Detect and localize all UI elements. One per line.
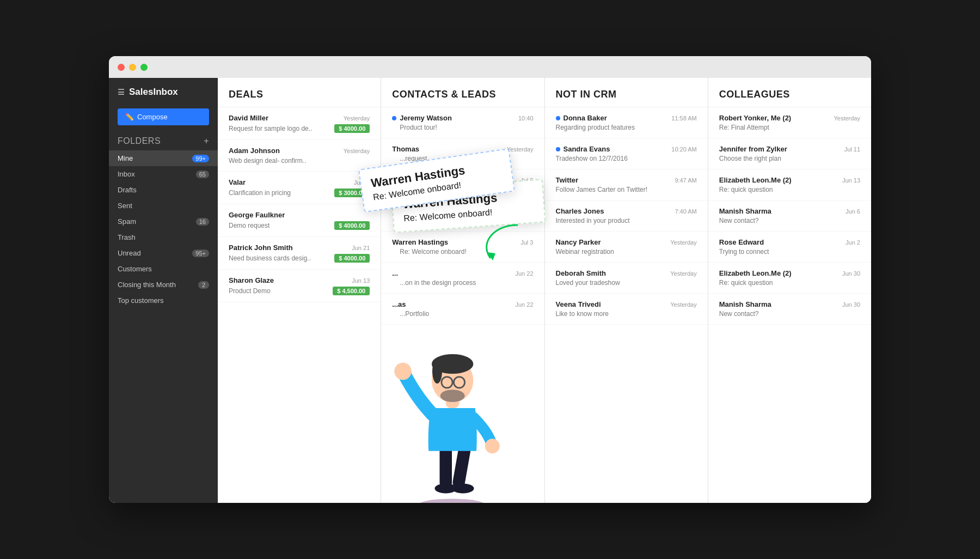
contact-list-item[interactable]: Thomas Yesterday ...request bbox=[381, 138, 544, 169]
sidebar-label-trash: Trash bbox=[118, 233, 136, 241]
colleague-list-item[interactable]: Elizabeth Leon.Me (2) Jun 13 Re: quick q… bbox=[708, 169, 871, 200]
close-button[interactable] bbox=[118, 64, 125, 71]
sidebar-badge-spam: 16 bbox=[196, 218, 209, 226]
deal-amount: $ 4000.00 bbox=[334, 254, 370, 263]
sidebar-item-trash[interactable]: Trash bbox=[109, 229, 218, 245]
crm-time: Yesterday bbox=[670, 270, 697, 277]
sidebar-item-unread[interactable]: Unread95+ bbox=[109, 245, 218, 261]
contact-date: Jul 4 bbox=[520, 208, 533, 215]
colleague-date: Jun 30 bbox=[842, 301, 860, 308]
deal-date: Yesterday bbox=[344, 115, 370, 121]
crm-subject: Regarding product features bbox=[556, 124, 697, 131]
sidebar-item-mine[interactable]: Mine99+ bbox=[109, 150, 218, 166]
colleague-name: Elizabeth Leon.Me (2) bbox=[719, 269, 792, 277]
crm-subject: Like to know more bbox=[556, 310, 697, 318]
deal-subject: Product Demo bbox=[229, 287, 328, 295]
sidebar-label-mine: Mine bbox=[118, 154, 133, 162]
sidebar-item-spam[interactable]: Spam16 bbox=[109, 214, 218, 229]
colleague-subject: Re: Final Attempt bbox=[719, 124, 860, 131]
app-logo: ☰ SalesInbox bbox=[109, 87, 218, 108]
colleague-name: Manish Sharma bbox=[719, 207, 771, 215]
contact-list-item[interactable]: Sandra Evans Jul 4 ...upgrade? bbox=[381, 200, 544, 232]
colleague-list-item[interactable]: Manish Sharma Jun 30 New contact? bbox=[708, 294, 871, 325]
sidebar-item-drafts[interactable]: Drafts bbox=[109, 182, 218, 198]
colleague-list-item[interactable]: Rose Edward Jun 2 Trying to connect bbox=[708, 232, 871, 263]
contact-list-item[interactable]: ...as Jun 22 ...Portfolio bbox=[381, 294, 544, 325]
add-folder-icon[interactable]: + bbox=[204, 136, 209, 146]
contact-list-item[interactable]: ... Jun 22 ...on in the design process bbox=[381, 263, 544, 294]
crm-time: 10:20 AM bbox=[671, 146, 696, 153]
contact-list-item[interactable]: Warren Hastings Jul 3 Re: Welcome onboar… bbox=[381, 232, 544, 263]
colleague-date: Jul 11 bbox=[844, 146, 860, 153]
deal-subject: Need business cards desig.. bbox=[229, 254, 330, 262]
main-content: DEALS David Miller Yesterday Request for… bbox=[218, 78, 871, 503]
colleague-name: Jennifer from Zylker bbox=[719, 145, 787, 153]
sidebar-item-top-customers[interactable]: Top customers bbox=[109, 293, 218, 308]
contact-list-item[interactable]: Jeremy Watson 10:40 Product tour! bbox=[381, 107, 544, 138]
crm-name: Donna Baker bbox=[556, 114, 607, 122]
crm-list-item[interactable]: Deborah Smith Yesterday Loved your trade… bbox=[545, 263, 708, 294]
sidebar-item-inbox[interactable]: Inbox65 bbox=[109, 166, 218, 182]
crm-dot bbox=[556, 116, 560, 120]
sidebar-item-closing-this-month[interactable]: Closing this Month2 bbox=[109, 277, 218, 293]
crm-dot bbox=[556, 147, 560, 151]
crm-list-item[interactable]: Sandra Evans 10:20 AM Tradeshow on 12/7/… bbox=[545, 138, 708, 169]
deal-amount: $ 4000.00 bbox=[334, 221, 370, 230]
deals-header: DEALS bbox=[218, 78, 381, 107]
sidebar-label-customers: Customers bbox=[118, 265, 152, 273]
sidebar-badge-closing-this-month: 2 bbox=[198, 281, 209, 289]
deal-name: Sharon Glaze bbox=[229, 276, 274, 284]
deal-name: Valar bbox=[229, 178, 246, 186]
crm-list-item[interactable]: Veena Trivedi Yesterday Like to know mor… bbox=[545, 294, 708, 325]
deal-date: Jul 02 bbox=[354, 179, 370, 186]
crm-list-item[interactable]: Donna Baker 11:58 AM Regarding product f… bbox=[545, 107, 708, 138]
colleague-name: Manish Sharma bbox=[719, 300, 771, 308]
colleague-date: Jun 2 bbox=[846, 239, 860, 246]
deal-list-item[interactable]: Adam Johnson Yesterday Web design deal- … bbox=[218, 140, 381, 172]
sidebar-label-top-customers: Top customers bbox=[118, 296, 164, 305]
deal-name: Adam Johnson bbox=[229, 147, 280, 155]
crm-subject: Interested in your product bbox=[556, 217, 697, 224]
colleague-list-item[interactable]: Elizabeth Leon.Me (2) Jun 30 Re: quick q… bbox=[708, 263, 871, 294]
deal-list-item[interactable]: Patrick John Smith Jun 21 Need business … bbox=[218, 237, 381, 270]
deal-list-item[interactable]: Valar Jul 02 Clarification in pricing $ … bbox=[218, 172, 381, 204]
contacts-header: CONTACTS & LEADS bbox=[381, 78, 544, 107]
colleague-date: Jun 13 bbox=[842, 177, 860, 184]
colleague-name: Robert Yonker, Me (2) bbox=[719, 114, 791, 122]
deals-column: DEALS David Miller Yesterday Request for… bbox=[218, 78, 381, 503]
deal-list-item[interactable]: David Miller Yesterday Request for sampl… bbox=[218, 107, 381, 140]
contact-list-item[interactable]: Steve Johnson Jul 6 Plans and benefits bbox=[381, 169, 544, 200]
contact-subject: Re: Welcome onboard! bbox=[400, 248, 533, 256]
colleague-list-item[interactable]: Robert Yonker, Me (2) Yesterday Re: Fina… bbox=[708, 107, 871, 138]
contact-date: Yesterday bbox=[507, 146, 534, 153]
contact-subject: Product tour! bbox=[400, 124, 533, 131]
crm-subject: Tradeshow on 12/7/2016 bbox=[556, 155, 697, 162]
deal-list-item[interactable]: Sharon Glaze Jun 13 Product Demo $ 4,500… bbox=[218, 270, 381, 302]
crm-subject: Webinar registration bbox=[556, 248, 697, 256]
colleague-list-item[interactable]: Jennifer from Zylker Jul 11 Choose the r… bbox=[708, 138, 871, 169]
contact-date: Jul 3 bbox=[520, 239, 533, 246]
maximize-button[interactable] bbox=[140, 64, 148, 71]
sidebar-label-drafts: Drafts bbox=[118, 186, 137, 194]
contact-date: 10:40 bbox=[518, 115, 534, 121]
colleague-list-item[interactable]: Manish Sharma Jun 6 New contact? bbox=[708, 200, 871, 232]
crm-list-item[interactable]: Twitter 9:47 AM Follow James Carter on T… bbox=[545, 169, 708, 200]
sidebar-item-customers[interactable]: Customers bbox=[109, 261, 218, 277]
contacts-list: Jeremy Watson 10:40 Product tour! Thomas… bbox=[381, 107, 544, 503]
sidebar-item-sent[interactable]: Sent bbox=[109, 198, 218, 214]
sidebar: ☰ SalesInbox ✏️ Compose FOLDERS + Mine99… bbox=[109, 78, 218, 503]
hamburger-icon[interactable]: ☰ bbox=[118, 88, 125, 96]
contact-subject: ...on in the design process bbox=[400, 279, 533, 287]
minimize-button[interactable] bbox=[129, 64, 136, 71]
crm-list-item[interactable]: Charles Jones 7:40 AM Interested in your… bbox=[545, 200, 708, 232]
crm-name: Nancy Parker bbox=[556, 238, 601, 246]
crm-time: Yesterday bbox=[670, 301, 697, 308]
deal-amount: $ 4000.00 bbox=[334, 124, 370, 133]
crm-list-item[interactable]: Nancy Parker Yesterday Webinar registrat… bbox=[545, 232, 708, 263]
compose-button[interactable]: ✏️ Compose bbox=[118, 108, 209, 125]
colleague-subject: Trying to connect bbox=[719, 248, 860, 256]
contact-date: Jun 22 bbox=[515, 301, 533, 308]
contact-name: Warren Hastings bbox=[392, 238, 448, 246]
deal-list-item[interactable]: George Faulkner Demo request $ 4000.00 bbox=[218, 204, 381, 237]
colleagues-header: COLLEAGUES bbox=[708, 78, 871, 107]
